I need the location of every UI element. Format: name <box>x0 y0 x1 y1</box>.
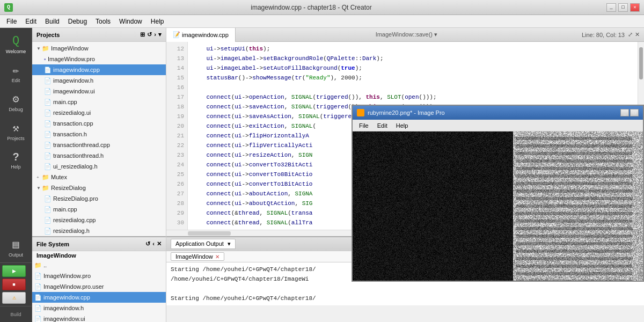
tree-item-transaction-h[interactable]: 📄 transaction.h <box>32 129 166 140</box>
label-resizedialog: ResizeDialog <box>51 185 86 191</box>
tree-item-resizedialog-ui[interactable]: 📄 resizedialog.ui <box>32 107 166 118</box>
image-window-controls: _ □ <box>620 109 639 116</box>
output-line-3 <box>171 284 640 294</box>
tree-item-transaction-cpp[interactable]: 📄 transaction.cpp <box>32 118 166 129</box>
output-tab-app[interactable]: Application Output ▾ <box>171 239 236 249</box>
label-resizedialog-ui: resizedialog.ui <box>53 109 91 116</box>
tree-item-main-cpp[interactable]: 📄 main.cpp <box>32 97 166 107</box>
tree-item-resizedialog-pro[interactable]: 📄 ResizeDialog.pro <box>32 193 166 204</box>
label-rd-cpp: resizedialog.cpp <box>53 217 96 223</box>
editor-tab-imagewindow-cpp[interactable]: 📝 imagewindow.cpp <box>166 28 236 42</box>
label-main-cpp: main.cpp <box>53 99 77 105</box>
label-mutex: Mutex <box>51 174 67 180</box>
image-window-maximize[interactable]: □ <box>630 109 639 116</box>
sidebar-welcome-button[interactable]: Q Welcome <box>2 30 30 58</box>
fs-back-icon[interactable]: ‹ <box>152 240 155 247</box>
fs-label-dotdot: .. <box>43 262 47 268</box>
file-icon-transaction-h: 📄 <box>44 131 52 138</box>
menu-debug[interactable]: Debug <box>64 17 91 26</box>
maximize-button[interactable]: □ <box>618 3 628 12</box>
sidebar-help-button[interactable]: ? Help <box>2 146 30 174</box>
tree-item-ui-resizedialog-h[interactable]: 📄 ui_resizedialog.h <box>32 161 166 172</box>
sidebar-debug-button[interactable]: ⚙ Debug <box>2 88 30 116</box>
image-window-title-bar: rubymine20.png* - Image Pro _ □ <box>353 106 643 120</box>
tree-item-rd-h[interactable]: 📄 resizedialog.h <box>32 225 166 236</box>
menu-help[interactable]: Help <box>147 17 169 26</box>
tree-item-rd-main-cpp[interactable]: 📄 main.cpp <box>32 204 166 215</box>
build-run-button[interactable]: ▶ <box>2 265 26 277</box>
fs-item-imagewindow-h[interactable]: 📄 imagewindow.h <box>32 303 166 313</box>
editor-tab-label: imagewindow.cpp <box>182 32 229 38</box>
sidebar-edit-button[interactable]: ✏ Edit <box>2 59 30 87</box>
label-ui-resizedialog-h: ui_resizedialog.h <box>53 163 98 170</box>
file-icon-resizedialog-ui: 📄 <box>44 109 52 116</box>
tree-item-imagewindow-ui[interactable]: 📄 imagewindow.ui <box>32 86 166 97</box>
menu-build[interactable]: Build <box>41 17 64 26</box>
function-dropdown[interactable]: ImageWindow::save() ▾ <box>371 31 442 38</box>
fs-label-imagewindow-cpp: imagewindow.cpp <box>43 294 90 301</box>
sidebar-welcome-label: Welcome <box>6 49 26 54</box>
file-icon-cpp: 📄 <box>44 67 52 74</box>
fs-sync-icon[interactable]: ↺ <box>145 240 150 247</box>
build-warning-button[interactable]: ⚠ <box>2 292 26 304</box>
image-window-icon <box>357 109 364 116</box>
fs-item-dotdot[interactable]: 📁 .. <box>32 260 166 270</box>
noise-image <box>353 131 643 281</box>
location-info: Line: 80, Col: 13 ⤢ ✕ <box>577 31 644 38</box>
tree-item-rd-cpp[interactable]: 📄 resizedialog.cpp <box>32 215 166 225</box>
menu-edit[interactable]: Edit <box>21 17 41 26</box>
sidebar-help-label: Help <box>11 164 21 170</box>
file-icon-transthread-h: 📄 <box>44 152 52 159</box>
sidebar-output-button[interactable]: ▤ Output <box>2 233 30 261</box>
tree-item-imagewindow-h[interactable]: 📄 imagewindow.h <box>32 75 166 86</box>
tree-item-transactionthread-cpp[interactable]: 📄 transactionthread.cpp <box>32 140 166 150</box>
tree-item-transactionthread-h[interactable]: 📄 transactionthread.h <box>32 150 166 161</box>
build-stop-button[interactable]: ■ <box>2 279 26 290</box>
menu-window[interactable]: Window <box>115 17 147 26</box>
label-imagewindow-pro: ImageWindow.pro <box>48 56 95 62</box>
sidebar-debug-label: Debug <box>9 107 23 112</box>
fs-folder-icon-dotdot: 📁 <box>34 262 42 269</box>
fs-item-imagepro[interactable]: 📄 ImageWindow.pro <box>32 270 166 281</box>
fs-item-imagepro-user[interactable]: 📄 ImageWindow.pro.user <box>32 281 166 292</box>
process-tab-imagewindow[interactable]: ImageWindow ✕ <box>171 252 224 261</box>
label-transactionthread-h: transactionthread.h <box>53 152 104 159</box>
tree-item-imagewindow-cpp[interactable]: 📄 imagewindow.cpp <box>32 64 166 75</box>
label-resizedialog-pro: ResizeDialog.pro <box>53 195 98 202</box>
panel-dropdown-icon[interactable]: ▾ <box>158 31 162 38</box>
folder-icon-imagewindow: 📁 <box>42 45 49 52</box>
editor-close-icon[interactable]: ✕ <box>635 31 640 38</box>
image-menu-file[interactable]: File <box>355 121 373 130</box>
panel-sync-icon[interactable]: ↺ <box>147 31 152 38</box>
tree-item-imagewindow-pro[interactable]: ▪ ImageWindow.pro <box>32 54 166 64</box>
build-label[interactable]: Build <box>0 306 32 322</box>
debug-icon: ⚙ <box>12 92 19 106</box>
fs-item-imagewindow-cpp[interactable]: 📄 imagewindow.cpp <box>32 292 166 303</box>
fs-close-icon[interactable]: ✕ <box>157 240 162 247</box>
image-window-menu: File Edit Help <box>353 120 643 131</box>
minimize-button[interactable]: _ <box>606 3 616 12</box>
tree-item-mutex-folder[interactable]: + 📁 Mutex <box>32 172 166 182</box>
tree-item-resizedialog-folder[interactable]: ▼ 📁 ResizeDialog <box>32 182 166 193</box>
menu-tools[interactable]: Tools <box>91 17 115 26</box>
image-canvas <box>353 131 643 281</box>
menu-file[interactable]: File <box>2 17 21 26</box>
file-icon-rd-pro: 📄 <box>44 195 52 202</box>
label-imagewindow-folder: ImageWindow <box>51 45 89 52</box>
fs-icon-imagewindow-h: 📄 <box>34 305 42 312</box>
process-tab-close[interactable]: ✕ <box>215 254 219 260</box>
image-menu-help[interactable]: Help <box>392 121 413 130</box>
editor-expand-icon[interactable]: ⤢ <box>628 31 633 38</box>
panel-forward-icon[interactable]: › <box>154 31 156 38</box>
output-tab-dropdown[interactable]: ▾ <box>228 240 231 247</box>
panel-filter-icon[interactable]: ⊞ <box>140 31 145 38</box>
window-title: imagewindow.cpp - chapter18 - Qt Creator <box>16 4 606 11</box>
fs-root-folder: ImageWindow <box>32 251 166 260</box>
fs-item-imagewindow-ui[interactable]: 📄 imagewindow.ui <box>32 313 166 322</box>
tree-item-imagewindow-folder[interactable]: ▼ 📁 ImageWindow <box>32 43 166 54</box>
sidebar-projects-button[interactable]: ⚒ Projects <box>2 117 30 145</box>
close-button[interactable]: ✕ <box>630 3 640 12</box>
image-window-minimize[interactable]: _ <box>620 109 629 116</box>
file-icon-rd-main: 📄 <box>44 206 52 213</box>
image-menu-edit[interactable]: Edit <box>373 121 392 130</box>
